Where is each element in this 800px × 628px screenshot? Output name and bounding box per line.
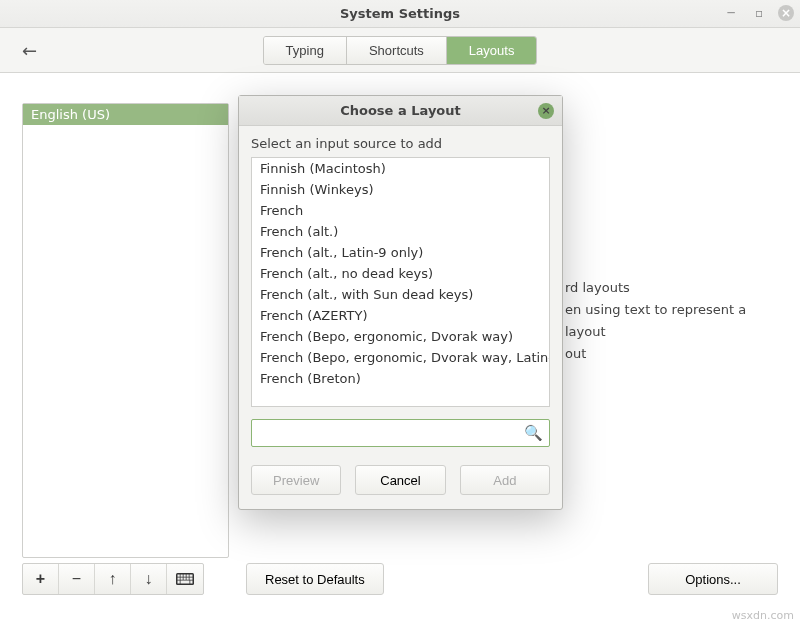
svg-rect-10 bbox=[190, 578, 193, 580]
source-item[interactable]: French (Breton) bbox=[252, 368, 549, 389]
source-item[interactable]: French bbox=[252, 200, 549, 221]
svg-rect-12 bbox=[181, 581, 190, 584]
header-row: ← Typing Shortcuts Layouts bbox=[0, 28, 800, 73]
cancel-button[interactable]: Cancel bbox=[355, 465, 445, 495]
svg-rect-3 bbox=[184, 575, 186, 577]
help-line: out bbox=[565, 343, 775, 365]
back-icon[interactable]: ← bbox=[22, 40, 37, 61]
layout-item[interactable]: English (US) bbox=[23, 104, 228, 125]
svg-rect-7 bbox=[181, 578, 183, 580]
search-icon: 🔍 bbox=[524, 424, 543, 442]
close-icon[interactable]: × bbox=[778, 5, 794, 21]
source-item[interactable]: French (Bepo, ergonomic, Dvorak way) bbox=[252, 326, 549, 347]
layouts-toolbar: + − ↑ ↓ bbox=[22, 563, 204, 595]
search-box[interactable]: 🔍 bbox=[251, 419, 550, 447]
titlebar: System Settings ─ ▫ × bbox=[0, 0, 800, 28]
tab-typing[interactable]: Typing bbox=[264, 37, 347, 64]
dialog-title: Choose a Layout bbox=[340, 103, 461, 118]
help-line: rd layouts bbox=[565, 277, 775, 299]
minimize-icon[interactable]: ─ bbox=[722, 4, 740, 22]
window-controls: ─ ▫ × bbox=[722, 4, 794, 22]
search-input[interactable] bbox=[258, 426, 524, 441]
options-button[interactable]: Options... bbox=[648, 563, 778, 595]
input-source-list[interactable]: Finnish (Macintosh)Finnish (Winkeys)Fren… bbox=[251, 157, 550, 407]
tab-group: Typing Shortcuts Layouts bbox=[263, 36, 538, 65]
remove-layout-button[interactable]: − bbox=[59, 564, 95, 594]
source-item[interactable]: Finnish (Macintosh) bbox=[252, 158, 549, 179]
svg-rect-5 bbox=[190, 575, 193, 577]
help-line: en using text to represent a layout bbox=[565, 299, 775, 343]
svg-rect-8 bbox=[184, 578, 186, 580]
dialog-subtitle: Select an input source to add bbox=[251, 136, 550, 151]
svg-rect-4 bbox=[187, 575, 189, 577]
move-down-button[interactable]: ↓ bbox=[131, 564, 167, 594]
keyboard-icon bbox=[176, 572, 194, 586]
source-item[interactable]: French (alt., no dead keys) bbox=[252, 263, 549, 284]
svg-rect-13 bbox=[190, 581, 192, 584]
tab-shortcuts[interactable]: Shortcuts bbox=[347, 37, 447, 64]
maximize-icon[interactable]: ▫ bbox=[750, 4, 768, 22]
reset-defaults-button[interactable]: Reset to Defaults bbox=[246, 563, 384, 595]
preview-button[interactable]: Preview bbox=[251, 465, 341, 495]
svg-rect-6 bbox=[178, 578, 180, 580]
svg-rect-2 bbox=[181, 575, 183, 577]
source-item[interactable]: Finnish (Winkeys) bbox=[252, 179, 549, 200]
source-item[interactable]: French (alt.) bbox=[252, 221, 549, 242]
svg-rect-1 bbox=[178, 575, 180, 577]
dialog-titlebar: Choose a Layout × bbox=[239, 96, 562, 126]
source-item[interactable]: French (AZERTY) bbox=[252, 305, 549, 326]
layouts-list[interactable]: English (US) bbox=[22, 103, 229, 558]
window-title: System Settings bbox=[340, 6, 460, 21]
tab-layouts[interactable]: Layouts bbox=[447, 37, 537, 64]
source-item[interactable]: French (alt., with Sun dead keys) bbox=[252, 284, 549, 305]
add-button[interactable]: Add bbox=[460, 465, 550, 495]
svg-rect-11 bbox=[178, 581, 180, 584]
add-layout-button[interactable]: + bbox=[23, 564, 59, 594]
source-item[interactable]: French (alt., Latin-9 only) bbox=[252, 242, 549, 263]
dialog-close-icon[interactable]: × bbox=[538, 103, 554, 119]
background-help-text: rd layouts en using text to represent a … bbox=[565, 277, 775, 365]
watermark: wsxdn.com bbox=[732, 609, 794, 622]
svg-rect-9 bbox=[187, 578, 189, 580]
show-layout-button[interactable] bbox=[167, 564, 203, 594]
move-up-button[interactable]: ↑ bbox=[95, 564, 131, 594]
source-item[interactable]: French (Bepo, ergonomic, Dvorak way, Lat… bbox=[252, 347, 549, 368]
choose-layout-dialog: Choose a Layout × Select an input source… bbox=[238, 95, 563, 510]
